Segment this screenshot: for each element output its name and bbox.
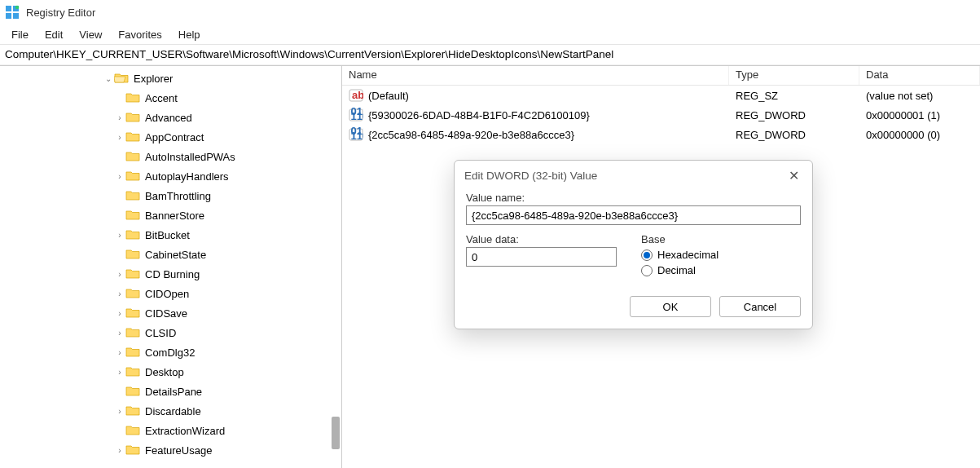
dialog-title: Edit DWORD (32-bit) Value	[464, 170, 597, 182]
tree-item[interactable]: CabinetState	[0, 245, 341, 264]
tree-item[interactable]: ›BitBucket	[0, 225, 341, 245]
tree-item[interactable]: Accent	[0, 88, 341, 108]
tree-item[interactable]: ›AppContract	[0, 127, 341, 147]
tree-label: Accent	[143, 92, 178, 104]
folder-icon	[125, 288, 140, 299]
folder-icon	[125, 425, 140, 436]
expander-icon[interactable]: ›	[114, 329, 125, 338]
tree-item[interactable]: ›Desktop	[0, 362, 341, 382]
menu-favorites[interactable]: Favorites	[110, 27, 169, 42]
svg-text:ab: ab	[352, 89, 363, 101]
dialog-body: Value name: Value data: Base Hexadecimal…	[455, 190, 812, 289]
tree-item[interactable]: BannerStore	[0, 205, 341, 225]
tree-item[interactable]: ›Discardable	[0, 401, 341, 421]
menu-edit[interactable]: Edit	[37, 27, 71, 42]
folder-icon	[125, 210, 140, 221]
base-label: Base	[641, 233, 719, 245]
svg-text:110: 110	[351, 130, 364, 142]
folder-icon	[125, 190, 140, 201]
value-type: REG_DWORD	[736, 129, 806, 141]
svg-rect-0	[6, 6, 11, 11]
value-name-input[interactable]	[466, 205, 801, 225]
expander-icon[interactable]: ⌄	[103, 74, 114, 83]
tree-label: BannerStore	[143, 210, 204, 222]
menu-file[interactable]: File	[3, 27, 37, 42]
svg-rect-2	[6, 13, 11, 19]
tree-item[interactable]: ›CIDSave	[0, 303, 341, 323]
folder-icon	[125, 307, 140, 319]
radio-hex-label: Hexadecimal	[657, 249, 719, 261]
folder-icon	[125, 405, 140, 417]
tree-item[interactable]: ExtractionWizard	[0, 421, 341, 440]
tree-item[interactable]: ›AutoplayHandlers	[0, 166, 341, 186]
registry-tree[interactable]: ⌄ExplorerAccent›Advanced›AppContractAuto…	[0, 66, 341, 460]
ok-button[interactable]: OK	[630, 296, 711, 317]
expander-icon[interactable]: ›	[114, 407, 125, 416]
tree-item[interactable]: AutoInstalledPWAs	[0, 147, 341, 166]
address-bar[interactable]: Computer\HKEY_CURRENT_USER\Software\Micr…	[0, 44, 980, 65]
folder-icon	[125, 444, 140, 456]
menu-view[interactable]: View	[71, 27, 110, 42]
tree-item[interactable]: BamThrottling	[0, 186, 341, 205]
dialog-buttons: OK Cancel	[455, 289, 812, 329]
tree-item[interactable]: ›CD Burning	[0, 264, 341, 284]
tree-label: AppContract	[143, 131, 204, 143]
tree-label: AutoInstalledPWAs	[143, 151, 235, 163]
folder-icon	[125, 268, 140, 280]
tree-label: DetailsPane	[143, 386, 202, 398]
expander-icon[interactable]: ›	[114, 368, 125, 377]
tree-item[interactable]: ›Advanced	[0, 108, 341, 127]
app-icon	[5, 5, 20, 20]
tree-label: FeatureUsage	[143, 444, 212, 457]
menu-help[interactable]: Help	[170, 27, 209, 42]
expander-icon[interactable]: ›	[114, 289, 125, 298]
tree-item[interactable]: ›ComDlg32	[0, 342, 341, 362]
tree-item[interactable]: ›CIDOpen	[0, 284, 341, 303]
tree-scrollbar[interactable]	[330, 66, 341, 468]
tree-item[interactable]: ›FeatureUsage	[0, 440, 341, 460]
tree-item[interactable]: DetailsPane	[0, 382, 341, 401]
column-type[interactable]: Type	[729, 66, 859, 85]
folder-icon	[125, 327, 140, 338]
value-data-input[interactable]	[466, 247, 617, 267]
expander-icon[interactable]: ›	[114, 309, 125, 318]
radio-hex-row[interactable]: Hexadecimal	[641, 249, 719, 261]
radio-hexadecimal[interactable]	[641, 249, 653, 261]
title-bar: Registry Editor	[0, 0, 980, 24]
value-type: REG_DWORD	[736, 109, 806, 121]
svg-point-4	[15, 6, 20, 10]
folder-icon	[125, 151, 140, 162]
close-icon[interactable]: ✕	[785, 168, 802, 183]
cancel-button[interactable]: Cancel	[719, 296, 801, 317]
list-row[interactable]: 011110{59300026-6DAD-48B4-B1F0-F4C2D6100…	[342, 105, 980, 125]
value-name-label: Value name:	[466, 192, 801, 204]
string-value-icon: ab	[349, 88, 363, 103]
tree-label: Explorer	[132, 73, 173, 85]
column-data[interactable]: Data	[859, 66, 980, 85]
expander-icon[interactable]: ›	[114, 113, 125, 122]
list-row[interactable]: 011110{2cc5ca98-6485-489a-920e-b3e88a6cc…	[342, 125, 980, 144]
column-name[interactable]: Name	[342, 66, 729, 85]
svg-text:110: 110	[351, 110, 364, 122]
scrollbar-thumb[interactable]	[332, 417, 340, 449]
tree-item[interactable]: ⌄Explorer	[0, 68, 341, 88]
expander-icon[interactable]: ›	[114, 446, 125, 455]
expander-icon[interactable]: ›	[114, 172, 125, 181]
tree-label: CIDSave	[143, 307, 187, 320]
radio-decimal[interactable]	[641, 265, 653, 276]
value-name: {2cc5ca98-6485-489a-920e-b3e88a6ccce3}	[368, 129, 574, 141]
folder-icon	[125, 92, 140, 104]
tree-label: CIDOpen	[143, 288, 189, 300]
folder-icon	[125, 386, 140, 397]
expander-icon[interactable]: ›	[114, 231, 125, 240]
value-name: {59300026-6DAD-48B4-B1F0-F4C2D6100109}	[368, 109, 590, 121]
list-row[interactable]: ab(Default)REG_SZ(value not set)	[342, 86, 980, 105]
expander-icon[interactable]: ›	[114, 348, 125, 357]
dialog-header: Edit DWORD (32-bit) Value ✕	[455, 161, 812, 190]
radio-dec-row[interactable]: Decimal	[641, 264, 719, 276]
expander-icon[interactable]: ›	[114, 270, 125, 279]
tree-label: Desktop	[143, 366, 184, 378]
value-data-label: Value data:	[466, 233, 617, 245]
expander-icon[interactable]: ›	[114, 133, 125, 142]
tree-item[interactable]: ›CLSID	[0, 323, 341, 342]
